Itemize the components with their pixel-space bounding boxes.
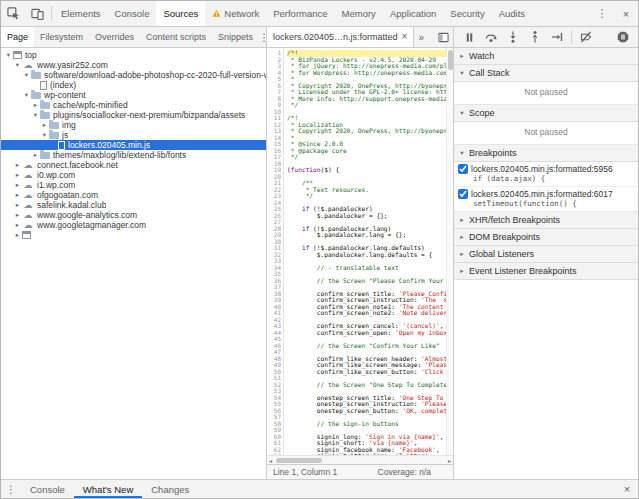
close-tab-icon[interactable]: ×: [402, 32, 408, 42]
step-over-icon[interactable]: [480, 29, 502, 46]
section-title: Call Stack: [469, 68, 510, 78]
chevron-right-icon[interactable]: ▸: [13, 231, 22, 239]
breakpoint-checkbox[interactable]: [458, 164, 468, 174]
section-event-listener-breakpoints[interactable]: ▸Event Listener Breakpoints: [454, 263, 638, 280]
vertical-scrollbar-thumb[interactable]: [448, 50, 453, 70]
tree-item-label: connect.facebook.net: [37, 160, 118, 170]
navigator-tab-content-scripts[interactable]: Content scripts: [140, 27, 212, 47]
folder-icon: [40, 102, 50, 109]
chevron-down-icon[interactable]: ▾: [31, 111, 40, 119]
panel-tab-application[interactable]: Application: [383, 1, 443, 26]
line-numbers-gutter[interactable]: 1234567891011121314151617181920212223242…: [267, 48, 284, 455]
drawer-tab-what-s-new[interactable]: What's New: [74, 480, 142, 498]
step-icon[interactable]: [546, 29, 568, 46]
chevron-right-icon[interactable]: ▸: [13, 161, 22, 169]
devtools-menu-icon[interactable]: ⋮: [590, 1, 614, 26]
tree-item-i0-wp-com[interactable]: ▸☁i0.wp.com: [1, 170, 266, 180]
horizontal-scrollbar-thumb[interactable]: [276, 458, 322, 463]
panel-tab-performance[interactable]: Performance: [266, 1, 334, 26]
panel-tab-console[interactable]: Console: [108, 1, 157, 26]
drawer-tab-console[interactable]: Console: [21, 480, 74, 498]
code-line: onestep_screen_button: 'OK, complete',: [287, 408, 453, 415]
tree-item-top[interactable]: ▾top: [1, 50, 266, 60]
tree-item-label: (index): [50, 80, 76, 90]
step-into-icon[interactable]: [502, 29, 524, 46]
drawer-menu-icon[interactable]: ⋮: [1, 480, 21, 498]
tree-item-safelink-kadal-club[interactable]: ▸☁safelink.kadal.club: [1, 200, 266, 210]
file-icon: [40, 81, 47, 90]
chevron-down-icon[interactable]: ▾: [22, 71, 31, 79]
panel-tab-security[interactable]: Security: [443, 1, 491, 26]
navigator-tab-snippets[interactable]: Snippets: [212, 27, 259, 47]
code-area[interactable]: /*! * BizPanda Lockers - v2.4.5, 2020-04…: [284, 48, 453, 455]
tree-item-img[interactable]: ▸img: [1, 120, 266, 130]
chevron-right-icon[interactable]: ▸: [13, 171, 22, 179]
sources-panel: PageFilesystemOverridesContent scriptsSn…: [1, 27, 638, 479]
horizontal-scrollbar[interactable]: ◂ ▸: [267, 455, 453, 464]
devtools-close-icon[interactable]: ×: [614, 1, 638, 26]
drawer-tab-changes[interactable]: Changes: [142, 480, 198, 498]
file-icon: [58, 141, 65, 150]
step-out-icon[interactable]: [524, 29, 546, 46]
chevron-down-icon[interactable]: ▾: [40, 131, 49, 139]
chevron-right-icon[interactable]: ▸: [13, 211, 22, 219]
navigator-tab-overrides[interactable]: Overrides: [89, 27, 140, 47]
navigator-tab-page[interactable]: Page: [1, 27, 34, 47]
chevron-right-icon[interactable]: ▸: [40, 121, 49, 129]
section-call-stack[interactable]: ▾Call Stack: [454, 65, 638, 82]
vertical-scrollbar[interactable]: [446, 48, 453, 455]
chevron-right-icon[interactable]: ▸: [13, 221, 22, 229]
editor-tab[interactable]: lockers.020405…n.js:formatted ×: [267, 27, 414, 47]
tree-item-www-google-analytics-com[interactable]: ▸☁www.google-analytics.com: [1, 210, 266, 220]
tree-item-www-yasir252-com[interactable]: ▾☁www.yasir252.com: [1, 60, 266, 70]
tree-item-themes-maxblog-lib-extend-lib-fonts[interactable]: ▸themes/maxblog/lib/extend-lib/fonts: [1, 150, 266, 160]
section-scope[interactable]: ▾Scope: [454, 105, 638, 122]
panel-tab-network[interactable]: Network: [205, 1, 266, 26]
deactivate-breakpoints-icon[interactable]: [575, 29, 597, 46]
scroll-left-icon[interactable]: ◂: [267, 457, 274, 464]
tree-item-item[interactable]: ▸: [1, 230, 266, 240]
chevron-down-icon[interactable]: ▾: [13, 61, 22, 69]
tree-item-connect-facebook-net[interactable]: ▸☁connect.facebook.net: [1, 160, 266, 170]
tree-item-plugins-sociallocker-next-premium-bizpanda-assets[interactable]: ▾plugins/sociallocker-next-premium/bizpa…: [1, 110, 266, 120]
tree-item-lockers-020405-min-js[interactable]: lockers.020405.min.js: [1, 140, 266, 150]
section-breakpoints[interactable]: ▾Breakpoints: [454, 145, 638, 162]
tree-item-ofgogoatan-com[interactable]: ▸☁ofgogoatan.com: [1, 190, 266, 200]
breakpoint-checkbox[interactable]: [458, 189, 468, 199]
resume-pause-icon[interactable]: [458, 29, 480, 46]
inspect-element-icon[interactable]: [1, 1, 25, 26]
chevron-right-icon[interactable]: ▸: [31, 151, 40, 159]
panel-tab-audits[interactable]: Audits: [492, 1, 532, 26]
section-xhr-fetch-breakpoints[interactable]: ▸XHR/fetch Breakpoints: [454, 212, 638, 229]
chevron-right-icon[interactable]: ▸: [31, 101, 40, 109]
panel-tab-elements[interactable]: Elements: [54, 1, 108, 26]
scroll-right-icon[interactable]: ▸: [446, 457, 453, 464]
tree-item-js[interactable]: ▾js: [1, 130, 266, 140]
folder-icon: [49, 132, 59, 139]
tree-item-index[interactable]: (index): [1, 80, 266, 90]
tree-item-cache-wpfc-minified[interactable]: ▸cache/wpfc-minified: [1, 100, 266, 110]
section-watch[interactable]: ▸Watch: [454, 48, 638, 65]
chevron-right-icon[interactable]: ▸: [13, 181, 22, 189]
pause-on-exceptions-icon[interactable]: [612, 29, 634, 46]
tree-item-www-googletagmanager-com[interactable]: ▸☁www.googletagmanager.com: [1, 220, 266, 230]
breakpoint-item[interactable]: lockers.020405.min.js:formatted:6017setT…: [454, 187, 638, 211]
chevron-right-icon[interactable]: ▸: [13, 191, 22, 199]
section-global-listeners[interactable]: ▸Global Listeners: [454, 246, 638, 263]
chevron-right-icon[interactable]: ▸: [13, 201, 22, 209]
tree-item-i1-wp-com[interactable]: ▸☁i1.wp.com: [1, 180, 266, 190]
device-toolbar-icon[interactable]: [25, 1, 49, 26]
panel-tab-sources[interactable]: Sources: [156, 1, 205, 26]
tree-item-wp-content[interactable]: ▾wp-content: [1, 90, 266, 100]
navigator-tab-filesystem[interactable]: Filesystem: [34, 27, 89, 47]
more-tabs-icon[interactable]: »: [414, 27, 428, 47]
chevron-down-icon[interactable]: ▾: [4, 51, 13, 59]
tree-item-software-download-adobe-photoshop-cc-2020-full-version-windows[interactable]: ▾software/download-adobe-photoshop-cc-20…: [1, 70, 266, 80]
panel-tab-memory[interactable]: Memory: [335, 1, 383, 26]
breakpoint-item[interactable]: lockers.020405.min.js:formatted:5956if (…: [454, 162, 638, 187]
section-dom-breakpoints[interactable]: ▸DOM Breakpoints: [454, 229, 638, 246]
editor-options-icon[interactable]: [433, 27, 453, 47]
editor-status-bar: Line 1, Column 1 Coverage: n/a: [267, 464, 453, 479]
chevron-down-icon[interactable]: ▾: [22, 91, 31, 99]
drawer-close-icon[interactable]: ×: [616, 480, 638, 498]
